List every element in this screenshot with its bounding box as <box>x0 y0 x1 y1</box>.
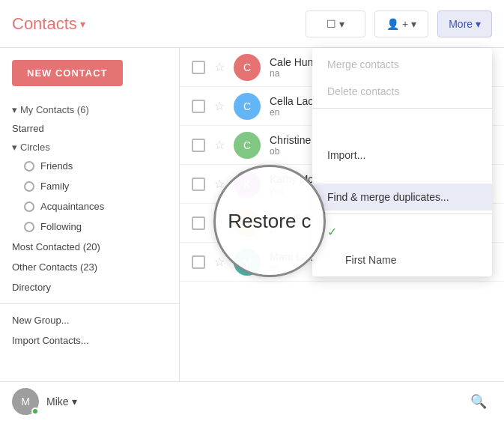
more-label: More ▾ <box>449 18 481 30</box>
star-icon[interactable]: ☆ <box>214 99 225 113</box>
row-checkbox[interactable] <box>192 216 205 230</box>
menu-item-last-name[interactable]: First Name <box>312 246 492 273</box>
avatar: C <box>234 93 261 120</box>
row-checkbox[interactable] <box>192 61 205 74</box>
menu-item-export[interactable]: Import... <box>312 142 492 169</box>
circles-arrow-icon: ▾ <box>12 142 17 153</box>
menu-item-delete-contacts[interactable]: Delete contacts <box>312 78 492 105</box>
friends-label: Friends <box>40 160 73 172</box>
row-checkbox[interactable] <box>192 178 205 191</box>
sidebar-item-other-contacts[interactable]: Other Contacts (23) <box>0 257 179 277</box>
following-label: Following <box>40 221 82 232</box>
avatar: C <box>234 132 261 159</box>
avatar: C <box>234 54 261 81</box>
menu-divider <box>312 108 492 109</box>
magnify-circle: Restore c <box>213 165 326 277</box>
sidebar: NEW CONTACT ▾ My Contacts (6) Starred ▾ … <box>0 48 180 381</box>
star-icon[interactable]: ☆ <box>214 60 225 74</box>
sidebar-item-friends[interactable]: Friends <box>0 156 179 176</box>
circle-dot-icon <box>24 161 34 172</box>
my-contacts-arrow-icon: ▾ <box>12 104 17 115</box>
star-icon[interactable]: ☆ <box>214 138 225 152</box>
row-checkbox[interactable] <box>192 255 205 269</box>
menu-item-label: Find & merge duplicates... <box>327 191 449 203</box>
menu-item-restore-contacts[interactable]: Find & merge duplicates... <box>312 184 492 210</box>
sidebar-item-most-contacted[interactable]: Most Contacted (20) <box>0 237 179 257</box>
circle-dot-icon <box>24 181 34 192</box>
sidebar-item-family[interactable]: Family <box>0 176 179 196</box>
sidebar-item-acquaintances[interactable]: Acquaintances <box>0 196 179 216</box>
user-chevron-icon: ▾ <box>72 396 77 408</box>
circle-dot-icon <box>24 202 34 212</box>
row-checkbox[interactable] <box>192 100 205 113</box>
restore-overlay: Restore c <box>213 165 326 277</box>
user-avatar: M <box>12 388 39 415</box>
acquaintances-label: Acquaintances <box>40 201 104 212</box>
sidebar-item-following[interactable]: Following <box>0 216 179 237</box>
bottom-bar: M Mike ▾ 🔍 <box>0 381 504 421</box>
my-contacts-section[interactable]: ▾ My Contacts (6) <box>0 101 179 118</box>
more-button[interactable]: More ▾ <box>437 10 492 37</box>
menu-item-label: Delete contacts <box>327 85 400 97</box>
sidebar-item-new-group[interactable]: New Group... <box>0 310 179 330</box>
sidebar-divider <box>0 303 179 304</box>
add-person-button[interactable]: 👤 + ▾ <box>374 10 428 37</box>
sidebar-item-import-contacts[interactable]: Import Contacts... <box>0 330 179 351</box>
new-contact-button[interactable]: NEW CONTACT <box>12 60 123 86</box>
menu-item-import[interactable] <box>312 127 492 142</box>
menu-item-merge-contacts[interactable]: Merge contacts <box>312 51 492 78</box>
menu-item-manage-delegation[interactable] <box>312 112 492 127</box>
dropdown-menu: Merge contacts Delete contacts Import...… <box>312 48 492 276</box>
add-person-chevron-icon: ▾ <box>411 18 416 30</box>
menu-item-first-name[interactable]: ✓ <box>312 217 492 246</box>
menu-item-label: First Name <box>345 254 396 266</box>
user-initials: M <box>21 396 30 408</box>
circles-label: Circles <box>20 142 50 153</box>
circles-section[interactable]: ▾ Circles <box>0 139 179 156</box>
sidebar-item-directory[interactable]: Directory <box>0 277 179 297</box>
search-icon: 🔍 <box>470 393 487 410</box>
check-icon: ✓ <box>327 225 339 239</box>
menu-item-label: Import... <box>327 149 365 161</box>
menu-item-label: Merge contacts <box>327 58 399 70</box>
family-label: Family <box>40 181 69 192</box>
my-contacts-label: My Contacts (6) <box>20 104 89 115</box>
row-checkbox[interactable] <box>192 139 205 152</box>
checkbox-chevron-icon: ▾ <box>339 18 344 30</box>
title-chevron[interactable]: ▾ <box>80 18 85 30</box>
restore-overlay-text: Restore c <box>228 210 311 233</box>
search-button[interactable]: 🔍 <box>465 388 492 415</box>
app-title[interactable]: Contacts ▾ <box>12 14 85 34</box>
add-person-icon: 👤 <box>386 18 399 30</box>
app-container: Contacts ▾ ☐ ▾ 👤 + ▾ More ▾ NEW CONTACT … <box>0 0 504 421</box>
checkbox-button[interactable]: ☐ ▾ <box>306 10 365 37</box>
title-text: Contacts <box>12 14 77 34</box>
user-name[interactable]: Mike ▾ <box>46 396 77 408</box>
user-status-dot <box>31 408 39 415</box>
user-name-text: Mike <box>46 396 69 408</box>
header: Contacts ▾ ☐ ▾ 👤 + ▾ More ▾ <box>0 0 504 48</box>
menu-divider-2 <box>312 213 492 214</box>
menu-item-merge-duplicates[interactable] <box>312 169 492 184</box>
checkbox-icon: ☐ <box>327 18 336 30</box>
sidebar-item-starred[interactable]: Starred <box>0 118 179 139</box>
add-person-plus: + <box>402 18 408 30</box>
circle-dot-icon <box>24 222 34 232</box>
